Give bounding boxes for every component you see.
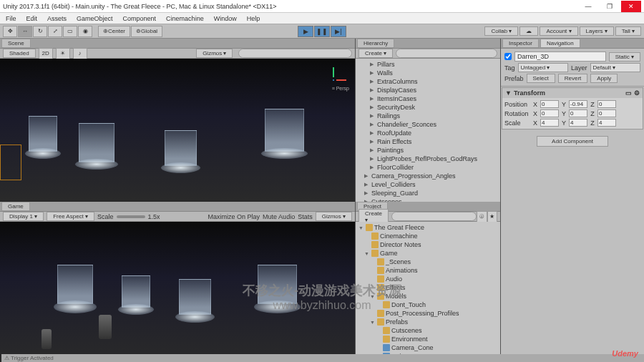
aspect-dropdown[interactable]: Free Aspect ▾ [47,212,94,221]
static-dropdown[interactable]: Static ▾ [609,52,640,62]
project-item[interactable]: Effects [357,283,499,292]
hierarchy-item[interactable]: ▶ExtraColumns [357,77,499,86]
hierarchy-item[interactable]: ▶ItemsInCases [357,94,499,103]
console-message[interactable]: ⚠ Trigger Activated [1,354,644,362]
prefab-apply[interactable]: Apply [590,74,618,83]
rotation-x[interactable] [540,109,559,117]
project-item[interactable]: ▼The Great Fleece [357,223,499,232]
rotation-y[interactable] [569,109,587,117]
transform-tool[interactable]: ◉ [78,26,92,37]
layout-dropdown[interactable]: Tall ▾ [615,26,641,36]
hierarchy-item[interactable]: ▶SecurityDesk [357,103,499,112]
project-item[interactable]: ▼Models [357,292,499,300]
navigation-tab[interactable]: Navigation [540,39,580,48]
project-item[interactable]: Animations [357,266,499,275]
pause-button[interactable]: ❚❚ [314,26,330,37]
mute-audio[interactable]: Mute Audio [263,213,295,220]
scale-tool[interactable]: ⤢ [48,26,62,37]
scene-tab[interactable]: Scene [1,39,31,48]
lighting-toggle[interactable]: ☀ [56,48,70,59]
hierarchy-item[interactable]: ▶DisplayCases [357,86,499,94]
hierarchy-item[interactable]: ▶Railings [357,112,499,120]
project-item[interactable]: Audio [357,275,499,283]
project-item[interactable]: Post_Processing_Profiles [357,309,499,318]
move-tool[interactable]: ↔ [18,26,32,37]
gameobject-enabled[interactable] [504,53,512,60]
stats-toggle[interactable]: Stats [298,213,313,220]
hierarchy-create[interactable]: Create ▾ [358,49,393,58]
scale-y[interactable] [569,119,587,127]
game-gizmos[interactable]: Gizmos ▾ [316,212,352,221]
hierarchy-search[interactable] [396,49,497,58]
add-component-button[interactable]: Add Component [537,136,608,147]
menu-window[interactable]: Window [210,14,241,23]
position-y[interactable] [569,100,587,108]
hand-tool[interactable]: ✥ [3,26,17,37]
project-item[interactable]: Camera_Cone [357,343,499,352]
persp-label[interactable]: ≡ Persp [332,86,349,91]
inspector-tab[interactable]: Inspector [502,39,539,48]
hierarchy-item[interactable]: ▶Level_Colliders [357,180,499,189]
project-tree[interactable]: ▼The Great FleeceCinemachineDirector Not… [356,222,500,362]
project-item[interactable]: Dont_Touch [357,300,499,309]
position-x[interactable] [540,100,559,108]
project-item[interactable]: Environment [357,335,499,343]
game-tab[interactable]: Game [1,202,30,211]
step-button[interactable]: ▶| [331,26,346,37]
account-dropdown[interactable]: Account ▾ [540,26,577,36]
scene-viewport[interactable]: ≡ Persp [0,59,355,202]
hierarchy-tab[interactable]: Hierarchy [357,39,394,48]
hierarchy-item[interactable]: ▶RoofUpdate [357,129,499,137]
hierarchy-item[interactable]: ▶LightProbes_ReflProbes_GodRays [357,155,499,163]
rect-tool[interactable]: ▭ [63,26,77,37]
menu-component[interactable]: Component [119,14,161,23]
save-search-icon[interactable]: ★ [487,211,497,222]
handle-toggle[interactable]: ⊚Global [131,26,162,37]
menu-help[interactable]: Help [243,14,265,23]
shading-mode[interactable]: Shaded [3,49,36,58]
hierarchy-tree[interactable]: ▶Pillars▶Walls▶ExtraColumns▶DisplayCases… [356,59,500,202]
filter-icon[interactable]: ⦾ [477,211,487,222]
cloud-button[interactable]: ☁ [519,26,538,36]
hierarchy-item[interactable]: ▶Chandelier_Sconces [357,120,499,129]
maximize-button[interactable]: ❐ [600,1,620,12]
hierarchy-item[interactable]: ▶FloorCollider [357,163,499,172]
play-button[interactable]: ▶ [298,26,313,37]
gizmos-dropdown[interactable]: Gizmos ▾ [196,49,233,58]
pivot-toggle[interactable]: ⊕Center [98,26,130,37]
hierarchy-item[interactable]: ▶Sleeping_Guard [357,189,499,197]
menu-cinemachine[interactable]: Cinemachine [162,14,208,23]
view-2d-toggle[interactable]: 2D [39,48,53,59]
project-search[interactable] [391,212,477,221]
hierarchy-item[interactable]: ▶Rain Effects [357,137,499,146]
project-item[interactable]: Cutscenes [357,326,499,335]
gameobject-name-field[interactable] [514,52,606,62]
close-button[interactable]: ✕ [621,1,641,12]
menu-file[interactable]: File [1,14,21,23]
prefab-select[interactable]: Select [527,74,555,83]
menu-gameobject[interactable]: GameObject [72,14,117,23]
display-dropdown[interactable]: Display 1 ▾ [3,212,44,221]
scene-search[interactable] [238,49,352,58]
scale-z[interactable] [597,119,616,127]
component-settings-icon[interactable]: ⚙ [634,89,640,97]
audio-toggle[interactable]: ♪ [73,48,87,59]
layer-dropdown[interactable]: Default ▾ [590,63,640,72]
project-item[interactable]: _Scenes [357,258,499,266]
project-item[interactable]: ▼Game [357,249,499,258]
scale-slider[interactable] [117,215,145,218]
expand-toggle[interactable]: ▼ [505,89,512,97]
layers-dropdown[interactable]: Layers ▾ [580,26,614,36]
project-item[interactable]: ▼Prefabs [357,318,499,326]
hierarchy-item[interactable]: ▶Camera_Progression_Angles [357,172,499,180]
scale-x[interactable] [540,119,559,127]
maximize-on-play[interactable]: Maximize On Play [208,213,260,220]
hierarchy-item[interactable]: ▶Walls [357,69,499,77]
collab-dropdown[interactable]: Collab ▾ [484,26,518,36]
project-item[interactable]: Director Notes [357,240,499,249]
minimize-button[interactable]: — [578,1,598,12]
hierarchy-item[interactable]: ▶Paintings [357,146,499,155]
hierarchy-item[interactable]: ▶Pillars [357,60,499,69]
rotate-tool[interactable]: ↻ [33,26,47,37]
menu-assets[interactable]: Assets [43,14,71,23]
